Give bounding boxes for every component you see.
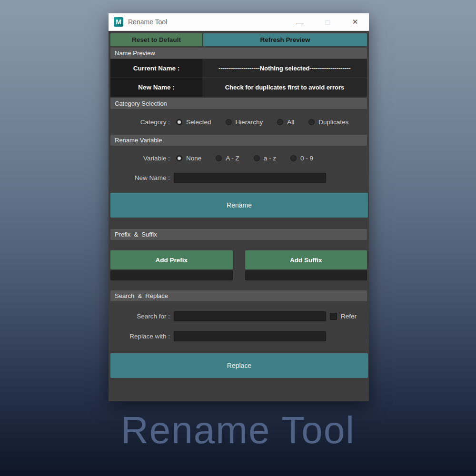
radio-option-all[interactable]: All xyxy=(277,119,294,126)
radio-icon xyxy=(176,119,182,125)
search-for-row: Search for : Refer xyxy=(110,311,367,321)
search-replace-header[interactable]: Search & Replace xyxy=(110,290,367,301)
prefix-input[interactable] xyxy=(110,270,233,280)
search-replace-header-label: Search & Replace xyxy=(115,292,168,299)
category-row: Category : Selected Hierarchy All Duplic… xyxy=(110,109,367,135)
radio-icon xyxy=(254,155,260,161)
radio-icon xyxy=(226,119,232,125)
radio-icon xyxy=(176,155,182,161)
replace-with-label: Replace with : xyxy=(110,333,170,340)
variable-label: Variable : xyxy=(110,155,170,162)
radio-option-selected[interactable]: Selected xyxy=(176,119,211,126)
variable-options: None A - Z a - z 0 - 9 xyxy=(176,155,313,162)
radio-option-label: 0 - 9 xyxy=(300,155,313,162)
radio-icon xyxy=(277,119,283,125)
category-options: Selected Hierarchy All Duplicates xyxy=(176,119,348,126)
category-label: Category : xyxy=(110,119,170,126)
title-bar: M Rename Tool — □ ✕ xyxy=(109,13,369,31)
window-body: Reset to Default Refresh Preview Name Pr… xyxy=(109,31,369,401)
suffix-input[interactable] xyxy=(245,270,367,280)
name-preview-table: Current Name : --------------------Nothi… xyxy=(110,59,367,97)
new-name-input[interactable] xyxy=(174,173,326,183)
radio-option-uppercase[interactable]: A - Z xyxy=(216,155,239,162)
window-title: Rename Tool xyxy=(128,18,167,26)
radio-option-label: A - Z xyxy=(226,155,239,162)
category-selection-header-label: Category Selection xyxy=(115,100,167,107)
radio-option-label: None xyxy=(186,155,201,162)
name-preview-header-label: Name Preview xyxy=(115,50,155,57)
maximize-button[interactable]: □ xyxy=(314,13,341,30)
radio-option-hierarchy[interactable]: Hierarchy xyxy=(226,119,263,126)
close-button[interactable]: ✕ xyxy=(341,13,369,30)
radio-option-lowercase[interactable]: a - z xyxy=(254,155,276,162)
radio-icon xyxy=(216,155,222,161)
new-name-label: New Name : xyxy=(110,174,170,181)
radio-option-numbers[interactable]: 0 - 9 xyxy=(290,155,313,162)
reference-checkbox[interactable] xyxy=(330,313,337,320)
desktop-background: { "window": { "title": "Rename Tool", "i… xyxy=(0,0,476,476)
radio-option-none[interactable]: None xyxy=(176,155,201,162)
radio-option-duplicates[interactable]: Duplicates xyxy=(308,119,348,126)
rename-variable-header-label: Rename Variable xyxy=(115,137,162,144)
radio-option-label: Duplicates xyxy=(318,119,348,126)
search-for-label: Search for : xyxy=(110,313,170,320)
radio-icon xyxy=(308,119,315,125)
add-prefix-button[interactable]: Add Prefix xyxy=(110,250,233,269)
reset-to-default-button[interactable]: Reset to Default xyxy=(110,33,202,46)
name-preview-header[interactable]: Name Preview xyxy=(110,48,367,59)
search-for-input[interactable] xyxy=(174,311,326,321)
refresh-preview-button[interactable]: Refresh Preview xyxy=(203,33,367,46)
variable-row: Variable : None A - Z a - z 0 - 9 xyxy=(110,146,367,170)
current-name-value: --------------------Nothing selected----… xyxy=(202,59,367,78)
current-name-label: Current Name : xyxy=(110,59,202,78)
minimize-button[interactable]: — xyxy=(286,13,314,30)
replace-button[interactable]: Replace xyxy=(110,353,368,378)
reference-checkbox-label: Refer xyxy=(341,313,357,320)
radio-option-label: Selected xyxy=(186,119,211,126)
radio-option-label: Hierarchy xyxy=(236,119,263,126)
watermark-title: Rename Tool xyxy=(0,408,476,452)
new-name-preview-value: Check for duplicates first to avoid erro… xyxy=(202,78,367,97)
prefix-suffix-header-label: Prefix & Suffix xyxy=(115,231,157,238)
rename-button[interactable]: Rename xyxy=(110,193,368,218)
window-controls: — □ ✕ xyxy=(286,13,369,30)
replace-with-input[interactable] xyxy=(174,331,326,341)
replace-with-row: Replace with : xyxy=(110,331,367,341)
category-selection-header[interactable]: Category Selection xyxy=(110,98,367,109)
add-suffix-button[interactable]: Add Suffix xyxy=(245,250,367,269)
rename-variable-header[interactable]: Rename Variable xyxy=(110,135,367,146)
radio-option-label: a - z xyxy=(264,155,276,162)
maya-app-icon: M xyxy=(114,17,123,27)
prefix-suffix-header[interactable]: Prefix & Suffix xyxy=(110,229,367,240)
new-name-row: New Name : xyxy=(110,170,367,185)
new-name-preview-label: New Name : xyxy=(110,78,202,97)
prefix-suffix-grid: Add Prefix Add Suffix xyxy=(110,250,367,280)
radio-option-label: All xyxy=(287,119,294,126)
rename-tool-window: M Rename Tool — □ ✕ Reset to Default Ref… xyxy=(109,13,369,401)
radio-icon xyxy=(290,155,297,161)
toolbar: Reset to Default Refresh Preview xyxy=(110,33,367,46)
